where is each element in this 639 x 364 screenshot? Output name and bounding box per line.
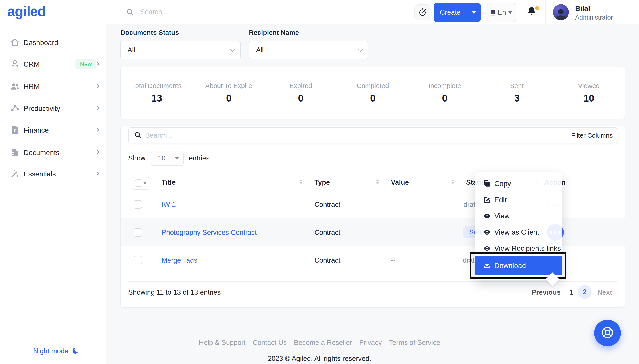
magic-wand-icon: [10, 169, 20, 179]
menu-item-label: Edit: [494, 196, 507, 204]
sidebar-item-finance[interactable]: $ Finance: [0, 123, 106, 137]
sort-icon[interactable]: [451, 179, 454, 184]
help-floating-button[interactable]: [594, 320, 621, 346]
footer-link-become-a-reseller[interactable]: Become a Reseller: [294, 339, 352, 346]
stat-total-documents: Total Documents 13: [121, 67, 193, 118]
pagination-page-1[interactable]: 1: [569, 285, 573, 296]
sidebar-item-label: HRM: [24, 82, 40, 91]
chevron-right-icon: [95, 171, 101, 177]
chevron-right-icon: [95, 149, 101, 156]
page-size-row: Show 10 entries: [128, 151, 210, 166]
chevron-right-icon: [95, 83, 101, 90]
pagination-next[interactable]: Next: [597, 285, 612, 296]
person-icon: [10, 59, 20, 69]
documents-status-select[interactable]: All: [121, 41, 240, 60]
recipient-name-select[interactable]: All: [249, 41, 368, 60]
menu-item-view-as-client[interactable]: View as Client: [475, 224, 562, 240]
home-icon: [10, 38, 20, 48]
footer-link-help-support[interactable]: Help & Support: [199, 339, 245, 346]
create-button[interactable]: Create: [434, 3, 481, 22]
invoice-icon: $: [10, 125, 20, 135]
page-size-select[interactable]: 10: [151, 151, 184, 166]
table-search-input[interactable]: [145, 129, 567, 142]
menu-item-view[interactable]: View: [475, 208, 562, 224]
menu-item-label: Copy: [494, 180, 511, 188]
copy-icon: [483, 180, 491, 188]
column-header-type[interactable]: Type: [314, 178, 330, 186]
document-value: --: [391, 256, 396, 264]
chevron-right-icon: [95, 105, 101, 112]
stat-label: Incomplete: [428, 82, 461, 90]
user-avatar[interactable]: [553, 4, 569, 20]
agiled-logo[interactable]: agiled: [7, 3, 46, 20]
user-name[interactable]: Bilal: [575, 4, 590, 13]
stat-incomplete: Incomplete 0: [409, 67, 481, 118]
footer-link-contact-us[interactable]: Contact Us: [253, 339, 287, 346]
sidebar-item-label: Essentials: [24, 170, 56, 178]
select-all-control[interactable]: [132, 177, 150, 190]
language-selector[interactable]: En: [487, 3, 516, 22]
stat-sent: Sent 3: [481, 67, 553, 118]
sidebar-item-dashboard[interactable]: Dashboard: [0, 36, 106, 50]
sidebar-item-label: Finance: [24, 126, 49, 134]
stat-value: 3: [514, 93, 519, 104]
sidebar-item-productivity[interactable]: Productivity: [0, 102, 106, 115]
row-checkbox[interactable]: [134, 200, 142, 208]
stat-value: 0: [370, 93, 375, 104]
sidebar-footer-divider: [0, 340, 106, 340]
document-title-link[interactable]: IW 1: [162, 200, 176, 208]
sidebar-item-label: Documents: [24, 148, 60, 157]
footer-link-privacy[interactable]: Privacy: [359, 339, 382, 346]
pagination-page-2-active[interactable]: 2: [578, 285, 591, 299]
document-title-link[interactable]: Merge Tags: [162, 256, 197, 264]
menu-item-edit[interactable]: Edit: [475, 192, 562, 208]
night-mode-toggle[interactable]: Night mode: [33, 347, 79, 355]
footer-link-terms-of-service[interactable]: Terms of Service: [389, 339, 440, 346]
night-mode-label: Night mode: [33, 347, 69, 355]
new-badge: New: [76, 59, 96, 70]
create-dropdown-toggle[interactable]: [467, 11, 481, 14]
column-header-title[interactable]: Title: [162, 178, 175, 186]
search-icon: [134, 131, 142, 140]
timer-button[interactable]: [415, 4, 430, 20]
document-value: --: [391, 200, 396, 208]
stat-about-to-expire: About To Expire 0: [193, 67, 265, 118]
sidebar-item-essentials[interactable]: Essentials: [0, 167, 106, 181]
menu-item-label: View as Client: [494, 228, 539, 236]
table-bottom-divider: [128, 281, 618, 282]
sidebar-item-crm[interactable]: CRM New: [0, 57, 106, 71]
document-type: Contract: [314, 228, 340, 236]
menu-item-copy[interactable]: Copy: [475, 176, 562, 192]
stat-value: 0: [226, 93, 231, 104]
show-label: Show: [128, 154, 146, 162]
stat-label: Viewed: [578, 82, 600, 90]
menu-item-label: View Recipients links: [494, 244, 561, 252]
row-checkbox[interactable]: [134, 228, 142, 236]
us-flag-icon: [491, 10, 495, 16]
user-role: Administrator: [575, 14, 613, 21]
select-all-checkbox[interactable]: [135, 179, 142, 187]
document-title-link[interactable]: Photography Services Contract: [162, 228, 257, 236]
pagination-previous[interactable]: Previous: [532, 285, 561, 296]
eye-icon: [483, 245, 491, 252]
recipient-name-label: Recipient Name: [249, 29, 299, 36]
documents-status-value: All: [128, 46, 135, 54]
bell-icon: [526, 14, 537, 18]
documents-status-label: Documents Status: [121, 29, 179, 36]
global-search-input[interactable]: [140, 6, 264, 18]
sidebar-item-hrm[interactable]: HRM: [0, 80, 106, 93]
sort-icon[interactable]: [376, 179, 379, 184]
document-value: --: [391, 228, 396, 236]
sort-icon[interactable]: [299, 179, 303, 184]
entries-label: entries: [189, 154, 210, 162]
create-button-label: Create: [434, 8, 467, 16]
share-nodes-icon: [10, 103, 20, 114]
stat-label: Completed: [357, 82, 389, 90]
sidebar-item-label: Dashboard: [24, 38, 58, 47]
row-checkbox[interactable]: [134, 256, 142, 264]
column-header-value[interactable]: Value: [391, 178, 409, 186]
stat-value: 0: [298, 93, 303, 104]
filter-columns-button[interactable]: Filter Columns: [567, 128, 617, 143]
notifications-button[interactable]: [526, 6, 539, 19]
sidebar-item-documents[interactable]: Documents: [0, 146, 106, 160]
